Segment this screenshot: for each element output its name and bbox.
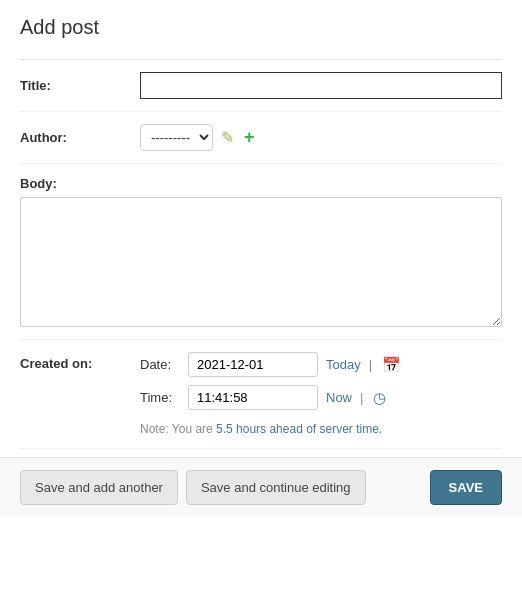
add-icon: +	[244, 127, 255, 148]
author-label: Author:	[20, 124, 140, 145]
edit-author-button[interactable]: ✎	[219, 126, 236, 149]
title-row: Title:	[20, 60, 502, 112]
title-label: Title:	[20, 72, 140, 93]
time-row: Time: Now | ◷	[140, 385, 401, 410]
footer-bar: Save and add another Save and continue e…	[0, 457, 522, 517]
page-title: Add post	[20, 16, 502, 39]
edit-icon: ✎	[221, 128, 234, 147]
body-row: Body:	[20, 164, 502, 340]
save-add-another-button[interactable]: Save and add another	[20, 470, 178, 505]
created-on-row: Created on: Date: Today | 📅 Time: Now | …	[20, 340, 502, 449]
date-input[interactable]	[188, 352, 318, 377]
now-link[interactable]: Now	[326, 390, 352, 405]
author-field-wrapper: --------- ✎ +	[140, 124, 502, 151]
created-on-fields: Date: Today | 📅 Time: Now | ◷ Note: You …	[140, 352, 401, 436]
pipe-separator-2: |	[360, 390, 363, 405]
title-field-wrapper	[140, 72, 502, 99]
save-button[interactable]: SAVE	[430, 470, 502, 505]
title-input[interactable]	[140, 72, 502, 99]
body-label: Body:	[20, 176, 57, 191]
page-container: Add post Title: Author: --------- ✎	[0, 0, 522, 449]
date-row: Date: Today | 📅	[140, 352, 401, 377]
server-time-note: Note: You are 5.5 hours ahead of server …	[140, 422, 401, 436]
date-label: Date:	[140, 357, 180, 372]
time-label: Time:	[140, 390, 180, 405]
pipe-separator: |	[369, 357, 372, 372]
author-controls: --------- ✎ +	[140, 124, 502, 151]
save-continue-editing-button[interactable]: Save and continue editing	[186, 470, 366, 505]
today-link[interactable]: Today	[326, 357, 361, 372]
time-ahead-highlight: 5.5 hours ahead of server time.	[216, 422, 382, 436]
author-select[interactable]: ---------	[140, 124, 213, 151]
form-section: Title: Author: --------- ✎ +	[20, 59, 502, 449]
clock-icon[interactable]: ◷	[373, 389, 386, 407]
created-on-label: Created on:	[20, 352, 140, 371]
time-input[interactable]	[188, 385, 318, 410]
author-row: Author: --------- ✎ +	[20, 112, 502, 164]
add-author-button[interactable]: +	[242, 125, 257, 150]
calendar-icon[interactable]: 📅	[382, 356, 401, 374]
body-textarea[interactable]	[20, 197, 502, 327]
